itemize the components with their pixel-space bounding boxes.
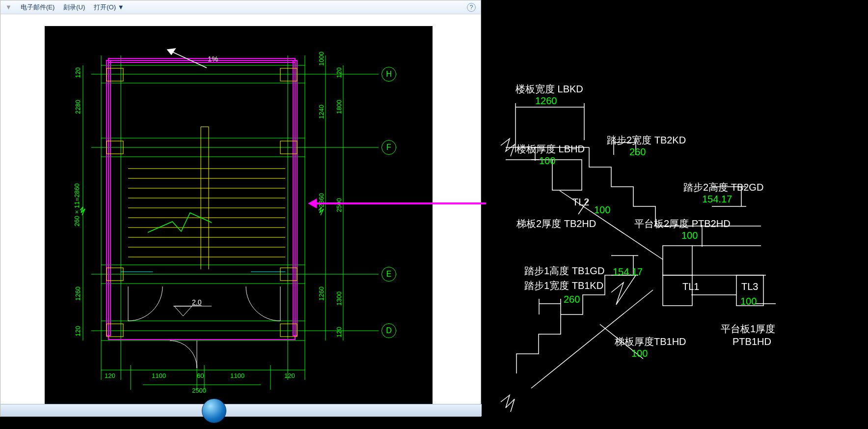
cad-plan-svg	[45, 26, 433, 408]
dim-b-4: 1100	[230, 372, 244, 379]
dim-b-total: 2500	[192, 387, 206, 394]
svg-rect-35	[280, 324, 297, 337]
dim-b-2: 1100	[152, 372, 166, 379]
val-tb1hd: 100	[631, 348, 648, 359]
menubar: ▼ 电子邮件(E) 刻录(U) 打开(O) ▼ ?	[0, 0, 481, 14]
label-lbkd: 楼板宽度 LBKD	[515, 83, 583, 96]
dim-b-1: 120	[105, 372, 115, 379]
dropdown-icon[interactable]: ▼	[5, 3, 12, 11]
label-tb1gd: 踏步1高度 TB1GD	[524, 264, 604, 278]
code-ptb1hd: PTB1HD	[732, 336, 771, 347]
taskbar	[0, 404, 482, 416]
dim-r-3: 1240	[318, 105, 325, 119]
menu-email[interactable]: 电子邮件(E)	[21, 3, 54, 12]
label-tl1: TL1	[682, 281, 699, 292]
val-tl3: 100	[740, 296, 757, 307]
svg-rect-22	[108, 60, 295, 340]
menu-record[interactable]: 刻录(U)	[63, 3, 85, 12]
dim-left-1: 120	[74, 67, 81, 78]
val-tb2hd: 100	[594, 204, 610, 216]
dim-re-5: 120	[335, 327, 343, 338]
dim-r-7: 1260	[318, 286, 325, 301]
svg-rect-74	[663, 246, 692, 275]
dim-r-4: 1800	[335, 100, 343, 114]
dim-r-8: 1300	[335, 291, 343, 306]
svg-marker-53	[167, 49, 175, 55]
cad-plan-viewport: H F E D 120 2280 260×11=2860 1260 120 10…	[45, 26, 433, 408]
val-tb1gd: 154.17	[613, 266, 643, 278]
label-tb2hd: 梯板2厚度 TB2HD	[516, 217, 596, 230]
menu-open[interactable]: 打开(O) ▼	[94, 3, 124, 12]
start-orb[interactable]	[202, 399, 226, 423]
val-lbhd: 100	[539, 155, 555, 167]
image-viewer-window: ▼ 电子邮件(E) 刻录(U) 打开(O) ▼ ?	[0, 0, 481, 417]
label-tb1hd: 梯板厚度TB1HD	[615, 335, 686, 348]
label-ptb2hd: 平台板2厚度 PTB2HD	[634, 217, 731, 230]
dim-r-5: 2860	[318, 193, 325, 207]
grid-bubble-E: E	[381, 267, 396, 282]
slope-text: 1%	[208, 55, 218, 63]
dim-b-3: 60	[197, 372, 204, 379]
svg-rect-66	[552, 160, 582, 190]
grid-bubble-H: H	[381, 67, 396, 82]
val-ptb2hd: 100	[681, 230, 698, 241]
stair-section-panel: 楼板宽度 LBKD 1260 楼板厚度 LBHD 100 踏步2宽度 TB2KD…	[486, 0, 868, 429]
label-ptb1hd: 平台板1厚度	[721, 322, 775, 336]
label-tl2: TL2	[572, 197, 589, 208]
dim-r-1: 1000	[318, 52, 325, 66]
dim-left-4: 1260	[74, 286, 81, 301]
stair-section-svg	[486, 0, 868, 429]
dim-left-2: 2280	[74, 100, 81, 114]
label-tl3: TL3	[741, 281, 758, 292]
val-tb1kd: 260	[564, 294, 580, 305]
label-tb1kd: 踏步1宽度 TB1KD	[524, 279, 603, 292]
dim-b-5: 120	[284, 372, 295, 379]
dim-re-1: 120	[335, 67, 343, 78]
grid-bubble-D: D	[381, 323, 396, 338]
dim-r-6: 2500	[335, 198, 343, 212]
grid-bubble-F: F	[381, 140, 396, 155]
val-tb2gd: 154.17	[702, 194, 732, 205]
label-tb2kd: 踏步2宽度 TB2KD	[607, 134, 686, 147]
help-icon[interactable]: ?	[467, 3, 476, 12]
val-lbkd: 1260	[535, 95, 557, 107]
val-tb2kd: 260	[629, 146, 646, 158]
svg-rect-29	[280, 68, 297, 81]
chevron-down-icon: ▼	[118, 3, 124, 11]
level-text: 2.0	[192, 298, 201, 306]
label-lbhd: 楼板厚度 LBHD	[516, 143, 585, 156]
dim-left-5: 120	[74, 326, 81, 337]
label-tb2gd: 踏步2高度 TB2GD	[683, 181, 763, 194]
callout-arrow	[312, 202, 513, 204]
dim-left-3: 260×11=2860	[73, 183, 81, 227]
